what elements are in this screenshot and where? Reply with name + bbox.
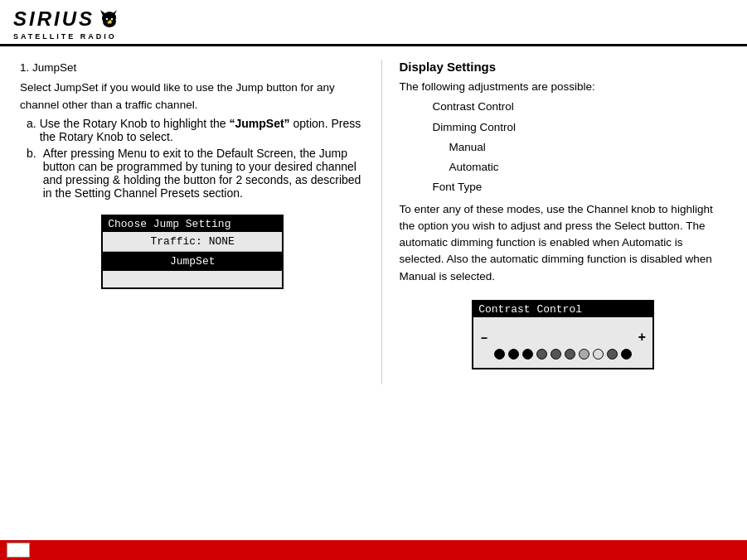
jump-screen-mockup: Choose Jump Setting Traffic: NONE JumpSe… xyxy=(101,215,284,289)
contrast-minus: – xyxy=(480,331,488,345)
display-intro: The following adjustments are possible: xyxy=(399,79,727,95)
svg-marker-5 xyxy=(112,10,117,15)
display-item-fonttype: Font Type xyxy=(399,179,727,196)
list-item-b: b. After pressing Menu to exit to the De… xyxy=(20,147,365,200)
contrast-dot-3 xyxy=(522,349,533,360)
contrast-dot-2 xyxy=(508,349,519,360)
logo-text: SIRIUS xyxy=(13,7,95,31)
contrast-dot-4 xyxy=(536,349,547,360)
item-b-text: After pressing Menu to exit to the Defau… xyxy=(40,147,366,200)
item-a-label: a. xyxy=(20,117,36,143)
right-column: Display Settings The following adjustmen… xyxy=(381,60,727,384)
contrast-screen-mockup: Contrast Control – + xyxy=(472,300,654,369)
contrast-dot-10 xyxy=(621,349,632,360)
display-item-automatic: Automatic xyxy=(399,159,727,176)
display-items-list: Contrast Control Dimming Control Manual … xyxy=(399,99,727,196)
display-item-manual: Manual xyxy=(399,139,727,156)
left-column: 1. JumpSet Select JumpSet if you would l… xyxy=(20,60,381,384)
section-number: 1. JumpSet xyxy=(20,60,365,76)
contrast-dot-8 xyxy=(593,349,604,360)
display-description: To enter any of these modes, use the Cha… xyxy=(399,201,727,285)
contrast-icons-row xyxy=(480,349,646,363)
contrast-dot-6 xyxy=(565,349,575,360)
contrast-plus: + xyxy=(638,331,647,345)
contrast-dot-9 xyxy=(607,349,618,360)
jump-screen-row2: JumpSet xyxy=(103,252,282,271)
logo-subtitle: SATELLITE RADIO xyxy=(13,32,117,41)
logo-icon: ⭐ xyxy=(97,7,122,31)
contrast-bar-row: – + xyxy=(480,331,646,345)
contrast-dot-5 xyxy=(551,349,561,360)
footer-bar xyxy=(0,540,747,560)
display-item-dimming: Dimming Control xyxy=(399,119,727,136)
intro-text: Select JumpSet if you would like to use … xyxy=(20,80,365,113)
list-items: a. Use the Rotary Knob to highlight the … xyxy=(20,117,365,200)
display-settings-title: Display Settings xyxy=(399,60,727,74)
list-item-a: a. Use the Rotary Knob to highlight the … xyxy=(20,117,365,143)
svg-text:⭐: ⭐ xyxy=(106,19,114,25)
jump-screen-row1: Traffic: NONE xyxy=(103,232,282,252)
logo-sirius: SIRIUS ⭐ xyxy=(13,7,122,31)
header: SIRIUS ⭐ SATELLITE RADIO xyxy=(0,0,747,46)
contrast-dot-7 xyxy=(579,349,589,360)
contrast-dot-1 xyxy=(494,349,505,360)
item-a-text: Use the Rotary Knob to highlight the “Ju… xyxy=(40,117,366,143)
page-indicator-box xyxy=(7,543,30,558)
jump-screen-header: Choose Jump Setting xyxy=(103,216,282,232)
contrast-screen-body: – + xyxy=(473,317,652,368)
display-item-contrast: Contrast Control xyxy=(399,99,727,115)
contrast-screen-header: Contrast Control xyxy=(473,302,652,317)
jump-screen-row3 xyxy=(103,271,282,287)
main-content: 1. JumpSet Select JumpSet if you would l… xyxy=(0,46,747,398)
item-b-label: b. xyxy=(20,147,36,160)
logo-area: SIRIUS ⭐ SATELLITE RADIO xyxy=(13,7,122,41)
